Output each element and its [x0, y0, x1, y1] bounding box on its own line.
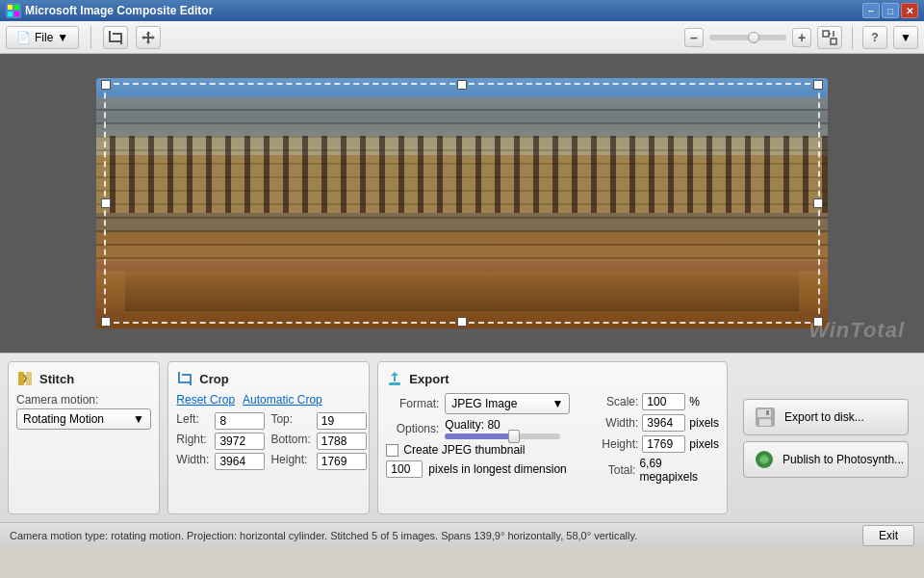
zoom-thumb [748, 32, 759, 43]
options-label: Options: [386, 422, 439, 435]
left-input[interactable] [215, 412, 265, 430]
toolbar-separator-2 [852, 26, 853, 49]
total-row: Total: 6,69 megapixels [585, 457, 719, 484]
camera-motion-select[interactable]: Rotating Motion ▼ [16, 408, 151, 430]
top-input[interactable] [317, 412, 367, 430]
right-input[interactable] [215, 433, 265, 450]
width-unit: pixels [689, 416, 719, 430]
window-controls: – □ ✕ [862, 3, 918, 18]
thumbnail-checkbox[interactable] [386, 444, 398, 457]
top-label: Top: [270, 412, 310, 430]
svg-rect-4 [823, 31, 829, 37]
zoom-slider[interactable] [709, 35, 786, 40]
crop-height-input[interactable] [317, 453, 367, 470]
title-bar: Microsoft Image Composite Editor – □ ✕ [0, 0, 924, 21]
format-arrow-icon: ▼ [552, 397, 563, 410]
reset-crop-link[interactable]: Reset Crop [176, 393, 235, 407]
action-panel: Export to disk... Publish to Photosynth.… [735, 361, 916, 514]
stitch-panel: Stitch Camera motion: Rotating Motion ▼ [8, 361, 160, 514]
format-select[interactable]: JPEG Image ▼ [445, 393, 570, 414]
scale-label: Scale: [585, 395, 638, 408]
select-arrow-icon: ▼ [133, 412, 144, 426]
format-label: Format: [386, 397, 439, 410]
zoom-controls: – + ? ▼ [684, 26, 918, 49]
maximize-button[interactable]: □ [882, 3, 899, 18]
close-button[interactable]: ✕ [901, 3, 918, 18]
svg-rect-9 [26, 372, 32, 385]
export-to-disk-button[interactable]: Export to disk... [743, 399, 909, 435]
file-menu-button[interactable]: 📄 File ▼ [6, 26, 79, 49]
crop-panel: Crop Reset Crop Automatic Crop Left: Top… [167, 361, 370, 514]
file-dropdown-arrow: ▼ [57, 31, 68, 44]
help-dropdown-button[interactable]: ▼ [893, 26, 918, 49]
automatic-crop-link[interactable]: Automatic Crop [243, 393, 322, 407]
crop-width-input[interactable] [215, 453, 265, 470]
export-width-label: Width: [585, 416, 638, 430]
minimize-button[interactable]: – [862, 3, 880, 18]
scale-input[interactable] [642, 393, 685, 410]
status-text: Camera motion type: rotating motion. Pro… [10, 530, 853, 541]
crop-title: Crop [176, 370, 361, 387]
quality-label: Quality: 80 [445, 418, 560, 432]
thumbnail-label: Create JPEG thumbnail [403, 443, 525, 457]
disk-icon [754, 406, 777, 429]
toolbar-separator-1 [90, 26, 91, 49]
building-arches [96, 136, 828, 213]
stitch-title: Stitch [16, 370, 151, 387]
export-height-label: Height: [585, 437, 638, 451]
zoom-out-button[interactable]: – [684, 28, 704, 47]
status-bar: Camera motion type: rotating motion. Pro… [0, 522, 924, 547]
total-label: Total: [585, 463, 635, 477]
export-width-row: Width: pixels [585, 414, 719, 432]
stitch-icon [16, 370, 34, 387]
help-arrow-icon: ▼ [900, 31, 911, 44]
svg-rect-1 [14, 5, 19, 10]
app-title: Microsoft Image Composite Editor [25, 4, 213, 17]
pan-icon [141, 30, 156, 45]
crop-width-label: Width: [176, 453, 209, 470]
thumbnail-size-label: pixels in longest dimension [428, 462, 566, 476]
file-icon: 📄 [16, 31, 31, 44]
format-row: Format: JPEG Image ▼ [386, 393, 570, 414]
bottom-label: Bottom: [270, 433, 310, 450]
panels-row: Stitch Camera motion: Rotating Motion ▼ … [0, 354, 924, 522]
exit-button[interactable]: Exit [862, 525, 914, 546]
crop-tool-button[interactable] [103, 26, 128, 49]
canvas-area[interactable]: WinTotal [0, 54, 924, 353]
crop-icon [108, 30, 123, 45]
fit-view-button[interactable] [817, 26, 842, 49]
svg-rect-8 [18, 372, 24, 385]
bottom-input[interactable] [317, 433, 367, 450]
thumbnail-row: Create JPEG thumbnail [386, 443, 570, 457]
quality-thumb [508, 430, 520, 443]
export-height-input[interactable] [642, 435, 685, 453]
svg-rect-13 [759, 419, 771, 426]
fit-view-icon [822, 30, 837, 45]
crop-links: Reset Crop Automatic Crop [176, 393, 361, 407]
export-width-input[interactable] [642, 414, 685, 432]
svg-rect-14 [766, 410, 769, 415]
svg-rect-10 [389, 382, 400, 385]
export-height-row: Height: pixels [585, 435, 719, 453]
svg-rect-3 [14, 12, 19, 16]
photosynth-icon [754, 448, 775, 471]
total-value: 6,69 megapixels [639, 457, 719, 484]
help-button[interactable]: ? [862, 26, 887, 49]
crop-height-label: Height: [270, 453, 310, 470]
export-title: Export [386, 370, 719, 387]
zoom-in-button[interactable]: + [792, 28, 811, 47]
panorama-container [96, 78, 828, 328]
toolbar: 📄 File ▼ – + ? ▼ [0, 21, 924, 54]
scale-row: Scale: % [585, 393, 719, 410]
thumbnail-size-input[interactable] [386, 460, 423, 478]
options-row: Options: Quality: 80 [386, 418, 570, 439]
svg-rect-5 [831, 39, 836, 44]
scale-unit: % [689, 395, 700, 408]
quality-slider[interactable] [445, 434, 560, 439]
right-label: Right: [176, 433, 209, 450]
pan-tool-button[interactable] [136, 26, 161, 49]
export-icon [386, 370, 403, 387]
scale-column: Scale: % Width: pixels Height: pixels [585, 393, 719, 484]
thumbnail-size-row: pixels in longest dimension [386, 460, 570, 478]
publish-to-photosynth-button[interactable]: Publish to Photosynth... [743, 441, 909, 478]
